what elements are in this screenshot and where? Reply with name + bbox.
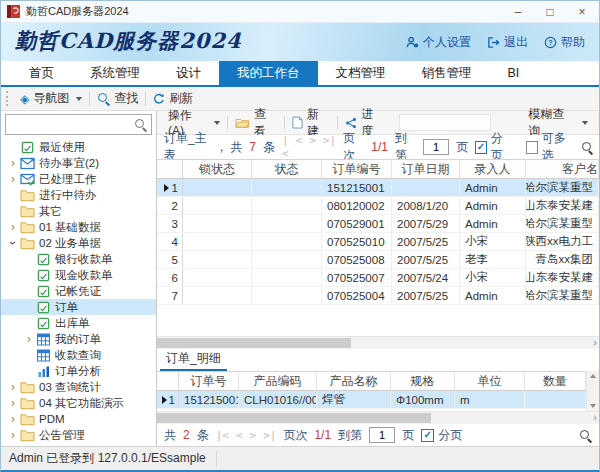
- cell-order-no[interactable]: 070525010: [322, 233, 392, 250]
- cell-status[interactable]: [252, 287, 322, 304]
- tab-3[interactable]: 我的工作台: [219, 61, 318, 85]
- search-icon[interactable]: [581, 141, 592, 154]
- cell-entry-by[interactable]: 小宋: [460, 269, 526, 286]
- sidebar-item-16[interactable]: ›04 其它功能演示: [1, 395, 156, 411]
- sidebar-item-14[interactable]: 订单分析: [1, 363, 156, 379]
- cell-customer[interactable]: 山东泰安某建: [526, 197, 599, 214]
- cell-order-date[interactable]: 2007/5/29: [392, 215, 460, 232]
- sidebar-item-10[interactable]: 订单: [1, 299, 156, 315]
- chevron-right-icon[interactable]: ›: [7, 381, 19, 393]
- chevron-right-icon[interactable]: ›: [7, 413, 19, 425]
- chevron-right-icon[interactable]: ›: [7, 397, 19, 409]
- table-row[interactable]: 50705250082007/5/25老李青岛xx集团: [157, 251, 599, 269]
- tab-5[interactable]: 销售管理: [404, 61, 490, 85]
- scroll-right-icon[interactable]: ›: [593, 336, 597, 349]
- tab-2[interactable]: 设计: [158, 61, 219, 85]
- cell-product-code[interactable]: CLH01016//008: [239, 391, 317, 408]
- table-row[interactable]: 20801200022008/1/20Admin山东泰安某建: [157, 197, 599, 215]
- new-button[interactable]: 新建: [285, 113, 337, 133]
- close-button[interactable]: ×: [569, 5, 595, 19]
- column-header-product-name[interactable]: 产品名称: [317, 372, 391, 390]
- cell-entry-by[interactable]: Admin: [460, 287, 526, 304]
- cell-entry-by[interactable]: Admin: [460, 215, 526, 232]
- last-page-button[interactable]: >|: [323, 134, 336, 160]
- column-header-order-date[interactable]: 订单日期: [392, 160, 460, 178]
- column-header-qty[interactable]: 数量: [525, 372, 586, 390]
- chevron-right-icon[interactable]: ›: [7, 157, 19, 169]
- tab-0[interactable]: 首页: [11, 61, 72, 85]
- cell-order-no[interactable]: 070525008: [322, 251, 392, 268]
- sidebar-item-11[interactable]: 出库单: [1, 315, 156, 331]
- detail-hscrollbar[interactable]: ›: [157, 411, 599, 424]
- goto-page-input[interactable]: [423, 139, 449, 155]
- first-page-button[interactable]: |<: [282, 134, 289, 160]
- cell-status[interactable]: [252, 197, 322, 214]
- sidebar-item-5[interactable]: ›01 基础数据: [1, 219, 156, 235]
- hscroll-thumb[interactable]: [157, 338, 351, 348]
- cell-lock[interactable]: [183, 233, 252, 250]
- sidebar-item-9[interactable]: 记帐凭证: [1, 283, 156, 299]
- cell-order-date[interactable]: 2007/5/25: [392, 233, 460, 250]
- cell-lock[interactable]: [183, 269, 252, 286]
- sidebar-item-4[interactable]: 其它: [1, 203, 156, 219]
- table-row[interactable]: 30705290012007/5/29Admin哈尔滨某重型: [157, 215, 599, 233]
- sidebar-item-3[interactable]: 进行中待办: [1, 187, 156, 203]
- cell-order-no[interactable]: 080120002: [322, 197, 392, 214]
- last-page-button[interactable]: >|: [263, 429, 276, 442]
- cell-customer[interactable]: 哈尔滨某重型: [526, 179, 599, 196]
- paging-checkbox[interactable]: [475, 141, 487, 154]
- column-header-status[interactable]: 状态: [252, 160, 322, 178]
- first-page-button[interactable]: |<: [216, 429, 229, 442]
- cell-unit[interactable]: m: [455, 391, 525, 408]
- sidebar-item-2[interactable]: ›已处理工作: [1, 171, 156, 187]
- cell-entry-by[interactable]: 老李: [460, 251, 526, 268]
- sidebar-item-6[interactable]: ›02 业务单据: [1, 235, 156, 251]
- column-header-product-code[interactable]: 产品编码: [239, 372, 317, 390]
- cell-order-date[interactable]: [392, 179, 460, 196]
- column-header-customer[interactable]: 客户名: [526, 160, 599, 178]
- quick-filter-input[interactable]: [399, 114, 491, 131]
- cell-customer[interactable]: 山东泰安某建: [526, 269, 599, 286]
- goto-page-input[interactable]: [369, 427, 395, 443]
- paging-checkbox[interactable]: [421, 429, 434, 442]
- cell-order-date[interactable]: 2007/5/25: [392, 287, 460, 304]
- cell-lock[interactable]: [183, 287, 252, 304]
- cell-lock[interactable]: [183, 251, 252, 268]
- cell-customer[interactable]: 哈尔滨某重型: [526, 287, 599, 304]
- next-page-button[interactable]: >: [250, 429, 257, 442]
- sidebar-item-13[interactable]: 收款查询: [1, 347, 156, 363]
- cell-lock[interactable]: [183, 179, 252, 196]
- find-button[interactable]: 查找: [90, 89, 145, 109]
- chevron-right-icon[interactable]: ›: [7, 173, 19, 185]
- sidebar-item-18[interactable]: ›公告管理: [1, 427, 156, 443]
- prev-page-button[interactable]: <: [296, 134, 303, 160]
- chevron-right-icon[interactable]: ›: [7, 221, 19, 233]
- cell-order-date[interactable]: 2008/1/20: [392, 197, 460, 214]
- column-header-order-no[interactable]: 订单号: [179, 372, 239, 390]
- cell-status[interactable]: [252, 215, 322, 232]
- cell-product-name[interactable]: 焊管: [317, 391, 391, 408]
- cell-status[interactable]: [252, 179, 322, 196]
- cell-status[interactable]: [252, 251, 322, 268]
- table-row[interactable]: 70705250042007/5/25Admin哈尔滨某重型: [157, 287, 599, 305]
- sidebar-item-15[interactable]: ›03 查询统计: [1, 379, 156, 395]
- nav-map-button[interactable]: ◈ 导航图: [13, 89, 89, 109]
- personal-settings-link[interactable]: 个人设置: [406, 34, 471, 51]
- scroll-right-icon[interactable]: ›: [593, 411, 597, 424]
- column-header-order-no[interactable]: 订单编号: [322, 160, 392, 178]
- logout-link[interactable]: 退出: [487, 34, 528, 51]
- column-header-unit[interactable]: 单位: [455, 372, 525, 390]
- table-row[interactable]: 1151215001Admin哈尔滨某重型: [157, 179, 599, 197]
- tab-6[interactable]: BI: [490, 61, 538, 85]
- cell-order-no[interactable]: 070525007: [322, 269, 392, 286]
- cell-order-no[interactable]: 151215001: [322, 179, 392, 196]
- search-icon[interactable]: [579, 429, 592, 442]
- column-header-lock-status[interactable]: 锁状态: [183, 160, 252, 178]
- cell-order-no[interactable]: 070525004: [322, 287, 392, 304]
- chevron-right-icon[interactable]: ›: [7, 429, 19, 441]
- search-icon[interactable]: [134, 118, 147, 131]
- cell-customer[interactable]: 哈尔滨某重型: [526, 215, 599, 232]
- cell-lock[interactable]: [183, 197, 252, 214]
- sidebar-item-17[interactable]: ›PDM: [1, 411, 156, 427]
- scroll-down-icon[interactable]: [590, 404, 596, 408]
